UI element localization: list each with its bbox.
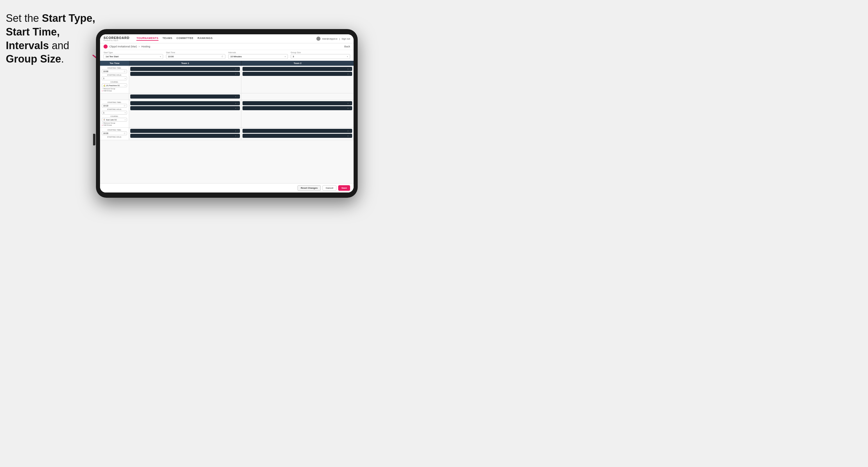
sign-out-link[interactable]: Sign out — [342, 37, 350, 40]
logo: SCOREBOARD Powered by clipp'd — [103, 36, 129, 41]
edit-button[interactable]: ○ — [238, 68, 239, 70]
team2-slot-2: × ○ × ○ — [241, 100, 353, 127]
edit-button[interactable]: ○ — [350, 73, 351, 75]
starting-hole-label-1: STARTING HOLE: — [102, 74, 127, 76]
tournament-name[interactable]: Clippd Invitational (Mar) — [109, 45, 137, 48]
chevron-down-icon: ▾ — [160, 56, 161, 58]
col-team1-header: Team 1 — [129, 61, 241, 66]
starting-hole-label-2: STARTING HOLE: — [102, 108, 127, 110]
player-row: × ○ — [243, 67, 352, 71]
tee-actions-1: ○ Remove Group + Add Group — [102, 88, 127, 92]
edit-button[interactable]: ○ — [350, 130, 351, 132]
start-time-group: Start Time 10:00 ⏱ — [166, 52, 226, 59]
nav-bar: SCOREBOARD Powered by clipp'd TOURNAMENT… — [100, 34, 353, 43]
start-type-group: Start Type 1st Tee Start ▾ — [103, 52, 163, 59]
teams-column-course1: × ○ — [129, 93, 353, 100]
cancel-button[interactable]: Cancel — [322, 185, 336, 191]
nav-tournaments[interactable]: TOURNAMENTS — [136, 37, 158, 41]
clock-icon: ⏱ — [221, 56, 223, 58]
intervals-label: Intervals — [228, 52, 288, 54]
user-avatar — [316, 37, 320, 41]
x-button[interactable]: × — [235, 135, 237, 137]
x-button[interactable]: × — [235, 96, 237, 98]
add-group-btn-1[interactable]: + Add Group — [102, 90, 127, 92]
tee-column-2: STARTING TIME: 10:10 ⏱ STARTING HOLE: 1 … — [100, 100, 129, 127]
nav-committee[interactable]: COMMITTEE — [177, 37, 194, 41]
remove-icon-2: ○ — [102, 122, 103, 124]
remove-course-1[interactable]: × — [124, 85, 126, 86]
player-row: × ○ — [130, 129, 240, 133]
team2-slot-3: × ○ × ○ — [241, 128, 353, 140]
group-size-value: 3 — [293, 55, 294, 58]
start-type-select[interactable]: 1st Tee Start ▾ — [103, 54, 163, 59]
player-row: × ○ — [243, 72, 352, 76]
remove-course-2[interactable]: × — [124, 119, 126, 121]
course-tag-1[interactable]: ⛳ (A) Peachtree GC × — [102, 84, 127, 87]
nav-teams[interactable]: TEAMS — [162, 37, 173, 41]
x-button[interactable]: × — [235, 73, 237, 75]
intervals-select[interactable]: 10 Minutes ▾ — [228, 54, 288, 59]
x-button[interactable]: × — [347, 130, 349, 132]
x-button[interactable]: × — [235, 102, 237, 104]
remove-group-btn-1[interactable]: ○ Remove Group — [102, 88, 127, 90]
player-row: × ○ — [243, 101, 352, 105]
footer: Reset Changes Cancel Save — [100, 183, 353, 192]
start-type-value: 1st Tee Start — [105, 55, 119, 58]
sub-header: Clippd Invitational (Mar) › Hosting Back — [100, 43, 353, 50]
edit-button[interactable]: ○ — [238, 135, 239, 137]
edit-button[interactable]: ○ — [238, 130, 239, 132]
clock-icon-1: ⏱ — [124, 71, 126, 72]
course-label-1: COURSE: — [102, 81, 127, 83]
remove-icon-1: ○ — [102, 88, 103, 90]
starting-hole-input-2[interactable]: 1 ▾ — [102, 111, 127, 115]
start-time-select[interactable]: 10:00 ⏱ — [166, 54, 226, 59]
edit-button[interactable]: ○ — [350, 135, 351, 137]
add-group-btn-2[interactable]: + Add Group — [102, 124, 127, 126]
edit-button[interactable]: ○ — [350, 102, 351, 104]
table-row: STARTING TIME: 10:10 ⏱ STARTING HOLE: 1 … — [100, 100, 353, 128]
edit-button[interactable]: ○ — [238, 73, 239, 75]
group-size-group: Group Size 3 ▾ — [291, 52, 350, 59]
nav-links: TOURNAMENTS TEAMS COMMITTEE RANKINGS — [136, 37, 312, 41]
x-button[interactable]: × — [347, 68, 349, 70]
starting-time-input-3[interactable]: 10:20 ⏱ — [102, 131, 127, 135]
x-button[interactable]: × — [347, 135, 349, 137]
save-button[interactable]: Save — [338, 185, 350, 191]
starting-hole-input-1[interactable]: 1 ▾ — [102, 76, 127, 80]
clock-icon-2: ⏱ — [124, 105, 126, 107]
back-link[interactable]: Back — [344, 45, 350, 48]
nav-rankings[interactable]: RANKINGS — [197, 37, 213, 41]
reset-changes-button[interactable]: Reset Changes — [298, 185, 321, 191]
remove-group-btn-2[interactable]: ○ Remove Group — [102, 122, 127, 124]
breadcrumb-separator: › — [139, 45, 140, 48]
intervals-value: 10 Minutes — [230, 55, 242, 58]
x-button[interactable]: × — [235, 130, 237, 132]
player-row: × ○ — [243, 134, 352, 138]
table-header: Tee Time Team 1 Team 2 — [100, 61, 353, 66]
course-name-2: East Lake GC — [106, 119, 117, 121]
xo-group: × ○ — [347, 102, 351, 104]
edit-button[interactable]: ○ — [350, 68, 351, 70]
course-icon-1: ⛳ — [103, 84, 105, 86]
x-button[interactable]: × — [235, 68, 237, 70]
group-size-select[interactable]: 3 ▾ — [291, 54, 350, 59]
x-button[interactable]: × — [347, 102, 349, 104]
xo-group: × ○ — [235, 73, 239, 75]
starting-time-label-1: STARTING TIME: — [102, 67, 127, 69]
starting-time-input-1[interactable]: 10:00 ⏱ — [102, 69, 127, 73]
team1-slot-2: × ○ × ○ — [129, 100, 241, 127]
course-tag-2[interactable]: 🏌 East Lake GC × — [102, 118, 127, 122]
nav-separator: | — [339, 37, 340, 40]
starting-time-input-2[interactable]: 10:10 ⏱ — [102, 104, 127, 107]
x-button[interactable]: × — [347, 73, 349, 75]
edit-button[interactable]: ○ — [238, 96, 239, 98]
xo-group: × ○ — [235, 135, 239, 137]
edit-button[interactable]: ○ — [238, 102, 239, 104]
table-row: STARTING TIME: 10:20 ⏱ STARTING HOLE: × … — [100, 128, 353, 140]
x-button[interactable]: × — [235, 107, 237, 109]
edit-button[interactable]: ○ — [238, 107, 239, 109]
edit-button[interactable]: ○ — [350, 107, 351, 109]
x-button[interactable]: × — [347, 107, 349, 109]
col-team2-header: Team 2 — [241, 61, 354, 66]
tablet-frame: SCOREBOARD Powered by clipp'd TOURNAMENT… — [96, 29, 358, 198]
